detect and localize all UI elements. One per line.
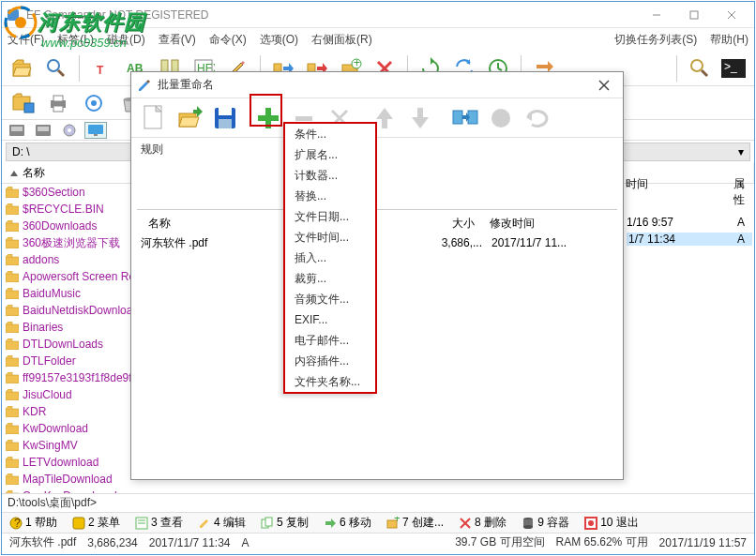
svg-point-83 xyxy=(588,520,594,526)
dialog-file-row[interactable]: 河东软件 .pdf 3,686,... 2017/11/7 11... xyxy=(141,234,613,251)
folder-icon xyxy=(6,490,19,493)
ctx-menu-item[interactable]: EXIF... xyxy=(285,309,375,330)
dlg-col-size[interactable]: 大小 xyxy=(416,216,482,232)
svg-rect-90 xyxy=(219,119,232,128)
svg-rect-65 xyxy=(6,476,19,485)
ctx-menu-item[interactable]: 内容插件... xyxy=(285,351,375,371)
svg-rect-93 xyxy=(295,116,312,121)
dialog-table-header: 名称 大小 修改时间 xyxy=(131,214,623,233)
statusbar: 河东软件 .pdf 3,686,234 2017/11/7 11:34 A 39… xyxy=(2,533,754,551)
svg-rect-63 xyxy=(6,443,19,451)
svg-line-10 xyxy=(58,70,64,76)
drive-tab-hdd-c[interactable] xyxy=(6,122,28,139)
command-input[interactable]: D:\tools\桌面\pdf> xyxy=(2,493,754,512)
function-key-bar: ?1 帮助2 菜单3 查看4 编辑5 复制6 移动+7 创建...8 删除9 容… xyxy=(2,512,754,533)
ctx-menu-item[interactable]: 文件夹名称... xyxy=(285,371,375,392)
col-time[interactable]: 时间 xyxy=(626,176,696,208)
ctx-menu-item[interactable]: 电子邮件... xyxy=(285,330,375,351)
menu-opts[interactable]: 选项(O) xyxy=(260,32,298,48)
svg-line-26 xyxy=(498,68,502,70)
new-rule-button[interactable] xyxy=(137,101,171,135)
path-text: D: \ xyxy=(12,145,30,158)
svg-rect-62 xyxy=(6,426,19,434)
fkey-2[interactable]: 2 菜单 xyxy=(65,515,128,531)
menu-tab[interactable]: 标签(L) xyxy=(57,32,94,48)
menu-disk[interactable]: 磁盘(D) xyxy=(107,32,145,48)
folder-icon xyxy=(6,187,19,198)
stop-button[interactable] xyxy=(484,101,518,135)
right-row-1: 1/16 9:57 A xyxy=(627,216,745,229)
ctx-menu-item[interactable]: 裁剪... xyxy=(285,268,375,289)
folder-icon xyxy=(6,203,19,215)
fkey-9[interactable]: 9 容器 xyxy=(514,515,577,531)
svg-rect-61 xyxy=(6,409,19,417)
svg-rect-60 xyxy=(6,392,19,400)
drive-tab-hdd-d[interactable] xyxy=(32,122,54,139)
fkey-7[interactable]: +7 创建... xyxy=(379,515,451,531)
open-rules-button[interactable] xyxy=(173,101,206,135)
right-row-2[interactable]: 1/7 11:34 A xyxy=(627,233,752,246)
search-button[interactable] xyxy=(41,53,71,83)
fkey-3[interactable]: 3 查看 xyxy=(128,515,190,531)
svg-rect-64 xyxy=(6,459,19,468)
print-button[interactable] xyxy=(43,88,73,118)
menu-tasklist[interactable]: 切换任务列表(S) xyxy=(614,32,697,48)
menu-file[interactable]: 文件(F) xyxy=(8,32,44,48)
move-down-button[interactable] xyxy=(403,101,437,135)
fkey-6[interactable]: 6 移动 xyxy=(316,515,379,531)
svg-rect-56 xyxy=(6,324,19,333)
menu-rightpanel[interactable]: 右侧面板(R) xyxy=(311,32,372,48)
ctx-menu-item[interactable]: 条件... xyxy=(285,124,375,144)
save-rules-button[interactable] xyxy=(208,101,242,135)
dialog-toolbar xyxy=(131,98,623,138)
dlg-col-mod[interactable]: 修改时间 xyxy=(482,216,613,232)
add-rule-button[interactable] xyxy=(251,101,285,135)
svg-rect-51 xyxy=(6,240,19,248)
close-button[interactable] xyxy=(713,4,750,26)
svg-point-45 xyxy=(68,128,71,132)
minimize-button[interactable] xyxy=(638,4,675,26)
open-folder-button[interactable] xyxy=(8,53,38,83)
svg-rect-58 xyxy=(6,358,19,367)
menu-cmd[interactable]: 命令(X) xyxy=(209,32,247,48)
terminal-button[interactable]: >_ xyxy=(718,53,748,83)
path-dropdown-icon[interactable]: ▾ xyxy=(738,145,744,158)
folder-icon xyxy=(6,440,19,451)
ctx-menu-item[interactable]: 插入... xyxy=(285,248,375,268)
ctx-menu-item[interactable]: 扩展名... xyxy=(285,144,375,165)
fkey-5[interactable]: 5 复制 xyxy=(253,515,316,531)
status-attr: A xyxy=(242,536,249,549)
maximize-button[interactable] xyxy=(675,4,713,26)
fkey-4[interactable]: 4 编辑 xyxy=(190,515,253,531)
svg-rect-55 xyxy=(6,308,19,316)
undo-button[interactable] xyxy=(520,101,553,135)
svg-rect-41 xyxy=(11,127,23,131)
ctx-menu-item[interactable]: 替换... xyxy=(285,186,375,206)
app-icon xyxy=(6,8,21,23)
fkey-1[interactable]: ?1 帮助 xyxy=(2,515,65,531)
menu-view[interactable]: 查看(V) xyxy=(159,32,196,48)
svg-rect-53 xyxy=(6,274,19,282)
ctx-menu-item[interactable]: 音频文件... xyxy=(285,289,375,309)
apply-button[interactable] xyxy=(448,101,482,135)
ctx-menu-item[interactable]: 计数器... xyxy=(285,165,375,186)
fkey-10[interactable]: 10 退出 xyxy=(577,515,646,531)
ctx-menu-item[interactable]: 文件时间... xyxy=(285,227,375,248)
status-now: 2017/11/19 11:57 xyxy=(659,536,747,549)
svg-point-37 xyxy=(91,100,97,106)
dialog-close-button[interactable] xyxy=(591,74,617,97)
settings-button[interactable] xyxy=(79,88,109,118)
menu-help[interactable]: 帮助(H) xyxy=(710,32,748,48)
svg-rect-46 xyxy=(88,125,103,134)
svg-text:>_: >_ xyxy=(724,60,737,73)
ctx-menu-item[interactable]: 文件日期... xyxy=(285,206,375,227)
col-attr[interactable]: 属性 xyxy=(733,176,754,208)
text-button[interactable]: T xyxy=(87,53,117,83)
fkey-8[interactable]: 8 删除 xyxy=(451,515,514,531)
drive-tab-cd[interactable] xyxy=(58,122,81,139)
folder-tree-button[interactable] xyxy=(8,88,38,118)
dialog-file-list[interactable]: 河东软件 .pdf 3,686,... 2017/11/7 11... xyxy=(131,233,623,253)
find-button[interactable] xyxy=(685,53,715,83)
dialog-icon xyxy=(137,78,152,93)
drive-tab-desktop[interactable] xyxy=(84,122,107,139)
